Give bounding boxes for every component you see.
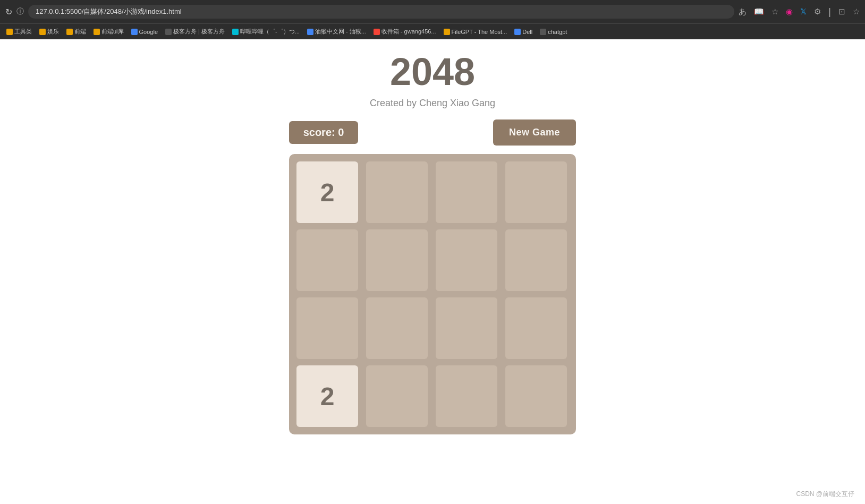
reload-icon[interactable]: ↻: [5, 7, 12, 17]
cell-3-3: [505, 365, 567, 427]
cell-1-3: [505, 229, 567, 291]
game-subtitle: Created by Cheng Xiao Gang: [370, 98, 495, 109]
cell-0-3: [505, 161, 567, 223]
cell-3-1: [366, 365, 428, 427]
score-box: score: 0: [289, 121, 358, 144]
browser-icons: あ 📖 ☆ ◉ 𝕏 ⚙ | ⊡ ☆: [739, 6, 860, 18]
cell-2-0: [296, 297, 358, 359]
twitter-icon[interactable]: 𝕏: [800, 7, 807, 16]
cell-3-2: [436, 365, 497, 427]
cell-2-2: [436, 297, 497, 359]
cell-3-0: 2: [296, 365, 358, 427]
translate-icon[interactable]: あ: [739, 7, 747, 17]
game-board: 22: [289, 154, 576, 434]
split-icon[interactable]: ⊡: [838, 7, 845, 16]
bookmark-item[interactable]: 前端: [64, 27, 88, 37]
cell-2-1: [366, 297, 428, 359]
board-grid: 22: [296, 161, 569, 427]
bookmark-item[interactable]: FileGPT - The Most...: [442, 28, 510, 36]
bookmark-item[interactable]: Google: [129, 28, 160, 36]
bookmark-item[interactable]: Dell: [512, 28, 535, 36]
bookmark-item[interactable]: 娱乐: [37, 27, 61, 37]
bookmark-item[interactable]: 收件箱 - gwang456...: [371, 27, 438, 37]
cell-0-1: [366, 161, 428, 223]
info-icon[interactable]: ⓘ: [16, 7, 24, 16]
bookmark-item[interactable]: 工具类: [4, 27, 34, 37]
bookmark-item[interactable]: 前端ui库: [91, 27, 126, 37]
bookmark-star-icon[interactable]: ☆: [771, 7, 778, 16]
browser-chrome: ↻ ⓘ 127.0.0.1:5500/自媒体/2048/小游戏/index1.h…: [0, 0, 865, 39]
readinglist-icon[interactable]: 📖: [754, 7, 764, 16]
cell-0-0: 2: [296, 161, 358, 223]
url-text: 127.0.0.1:5500/自媒体/2048/小游戏/index1.html: [36, 7, 182, 16]
menu-icon[interactable]: ☆: [853, 7, 860, 16]
cell-0-2: [436, 161, 497, 223]
bookmarks-bar: 工具类娱乐前端前端ui库Google极客方舟 | 极客方舟哔哩哔哩（゜-゜）つ.…: [0, 23, 865, 39]
score-label: score:: [303, 126, 335, 138]
game-title: 2048: [390, 50, 475, 93]
browser-toolbar: ↻ ⓘ 127.0.0.1:5500/自媒体/2048/小游戏/index1.h…: [0, 0, 865, 23]
bookmark-item[interactable]: 油猴中文网 - 油猴...: [305, 27, 368, 37]
cell-2-3: [505, 297, 567, 359]
puzzle-icon[interactable]: ⚙: [814, 7, 821, 16]
new-game-button[interactable]: New Game: [493, 119, 576, 146]
extension-icon-pink[interactable]: ◉: [786, 7, 793, 16]
cell-1-1: [366, 229, 428, 291]
game-controls: score: 0 New Game: [289, 119, 576, 146]
divider: |: [828, 6, 831, 18]
address-bar[interactable]: 127.0.0.1:5500/自媒体/2048/小游戏/index1.html: [28, 5, 734, 19]
page-content: 2048 Created by Cheng Xiao Gang score: 0…: [0, 39, 865, 504]
bookmark-item[interactable]: 极客方舟 | 极客方舟: [163, 27, 227, 37]
bookmark-item[interactable]: 哔哩哔哩（゜-゜）つ...: [230, 27, 302, 37]
bookmark-item[interactable]: chatgpt: [538, 28, 569, 36]
score-value: 0: [338, 126, 344, 138]
cell-1-2: [436, 229, 497, 291]
footer-credit: CSDN @前端交互仔: [796, 490, 854, 499]
cell-1-0: [296, 229, 358, 291]
